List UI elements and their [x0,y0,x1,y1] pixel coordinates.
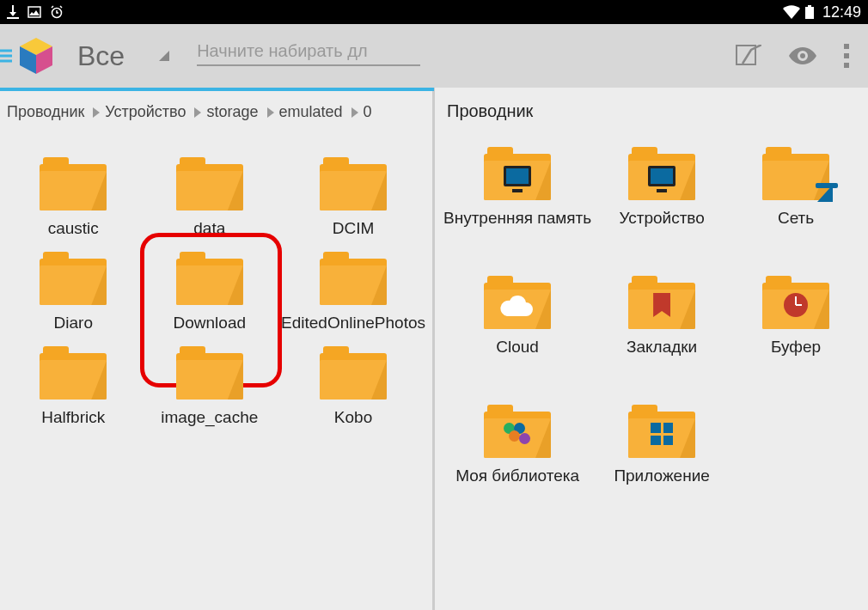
device-overlay-icon [648,166,675,186]
visibility-eye-icon[interactable] [789,47,816,64]
folder-icon [176,157,243,210]
folder-label: Halfbrick [41,408,105,427]
folder-label: Kobo [334,408,372,427]
svg-rect-4 [805,7,814,19]
folder-item[interactable]: Kobo [278,339,429,434]
device-overlay-icon [504,166,531,186]
folder-label: Diaro [54,314,93,332]
folder-label: image_cache [161,408,258,427]
right-pane-title: Проводник [435,88,868,133]
location-label: Приложение [614,467,709,485]
filter-label: Все [77,40,125,72]
folder-icon [176,346,243,400]
wifi-icon [783,5,800,19]
folder-icon [320,157,387,210]
apps-overlay-icon [651,423,673,445]
location-label: Устройство [619,209,704,228]
svg-point-6 [800,53,805,58]
filter-dropdown[interactable]: Все [72,24,197,88]
location-label: Буфер [771,338,821,357]
library-overlay-icon [504,423,531,445]
location-item[interactable]: Устройство [595,140,729,235]
folder-label: data [193,219,225,238]
svg-rect-0 [7,17,19,19]
location-item[interactable]: Сеть [729,140,863,235]
app-bar: Все Начните набирать дл [0,24,868,88]
folder-icon [40,252,107,305]
cloud-overlay-icon [500,294,535,316]
location-label: Внутренняя память [443,209,591,228]
location-label: Сеть [778,209,814,228]
crumb[interactable]: Устройство [105,103,186,121]
location-item[interactable]: Моя библиотека [440,398,595,492]
right-pane: Проводник Внутренняя памятьУстройствоСет… [434,88,868,610]
download-status-icon [7,5,19,19]
left-pane: Проводник Устройство storage emulated 0 … [0,88,434,610]
location-item[interactable]: Внутренняя память [440,140,595,235]
location-item[interactable]: Закладки [595,269,729,363]
folder-item[interactable]: caustic [5,150,142,245]
folder-label: Download [174,314,247,332]
app-logo-cube-icon[interactable] [15,34,58,77]
folder-item[interactable]: Download [142,245,278,339]
status-time: 12:49 [822,3,861,21]
battery-icon [805,5,814,19]
svg-rect-9 [844,63,849,68]
location-item[interactable]: Cloud [440,269,595,363]
svg-rect-7 [844,44,849,49]
dropdown-triangle-icon [159,51,169,61]
network-overlay-icon [817,185,833,202]
folder-icon [40,157,107,210]
location-item[interactable]: Буфер [729,269,863,363]
image-status-icon [28,6,41,18]
folder-item[interactable]: image_cache [142,339,278,434]
menu-icon[interactable] [0,47,12,65]
location-label: Моя библиотека [455,467,579,485]
folder-item[interactable]: Halfbrick [5,339,142,434]
location-label: Закладки [627,338,697,357]
crumb[interactable]: emulated [279,103,343,121]
alarm-status-icon [50,5,64,19]
svg-rect-8 [844,53,849,58]
breadcrumb[interactable]: Проводник Устройство storage emulated 0 [0,91,434,133]
location-label: Cloud [496,338,539,357]
svg-rect-1 [28,7,40,17]
crumb[interactable]: Проводник [7,103,84,121]
folder-icon [320,252,387,305]
select-checkbox-icon[interactable] [736,45,761,67]
status-bar: 12:49 [0,0,868,24]
search-input[interactable]: Начните набирать дл [197,38,420,66]
folder-label: caustic [48,219,99,238]
folder-label: DCIM [333,219,375,238]
bookmark-overlay-icon [653,293,670,317]
overflow-menu-icon[interactable] [844,44,851,68]
folder-item[interactable]: data [142,150,278,245]
svg-rect-3 [808,5,811,7]
clock-overlay-icon [784,293,808,317]
folder-icon [176,252,243,305]
folder-icon [320,346,387,400]
folder-item[interactable]: DCIM [278,150,429,245]
folder-icon [40,346,107,400]
search-placeholder: Начните набирать дл [197,41,367,60]
crumb[interactable]: storage [206,103,258,121]
location-item[interactable]: Приложение [595,398,729,492]
folder-label: EditedOnlinePhotos [281,314,425,332]
folder-item[interactable]: EditedOnlinePhotos [278,245,429,339]
folder-item[interactable]: Diaro [5,245,142,339]
crumb[interactable]: 0 [364,103,372,121]
